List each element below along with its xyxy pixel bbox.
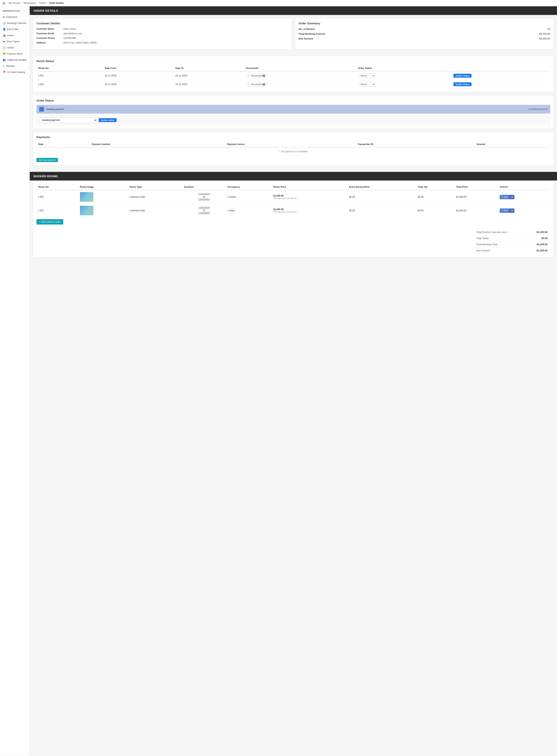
sidebar-item-payment-mode[interactable]: 💳 Payment Mode xyxy=(0,51,30,57)
sidebar-item-label: Additional Facilities xyxy=(7,59,27,61)
room-status-select[interactable]: Alloted Pending Confirmed xyxy=(358,73,375,78)
documents-button[interactable]: 📄 Documents 0 xyxy=(246,82,267,87)
dashboard-icon: ⊞ xyxy=(3,15,5,19)
home-icon[interactable]: 🏠 xyxy=(2,2,5,5)
sidebar-item-on-desk-booking[interactable]: 📅 On Desk Booking xyxy=(0,69,30,75)
booked-room-row: LS01 Lakeview Suite 11/01/2023To11/02/20… xyxy=(36,190,550,204)
rs-update-btn-cell: Update Status xyxy=(451,80,550,89)
total-row: Due Amount $3,200.00 xyxy=(474,248,550,253)
status-label: Awaiting payment xyxy=(46,108,526,111)
br-room-price: $1,600.00 Per day price: $1,600.00 xyxy=(271,190,347,204)
col-payment-source: Payment source xyxy=(225,141,355,147)
no-of-rooms-row: No. of Rooms 02 xyxy=(298,28,550,30)
warning-icon: ⚠ xyxy=(278,150,281,153)
room-status-select[interactable]: Alloted Pending Confirmed xyxy=(358,82,375,87)
documents-button[interactable]: 📄 Documents 0 xyxy=(246,73,267,78)
br-room-image xyxy=(78,190,128,204)
col-payment-method: Payment method xyxy=(90,141,225,147)
edit-dropdown-button[interactable]: ▼ xyxy=(509,209,515,213)
room-types-icon: 🛏 xyxy=(3,40,5,43)
update-status-button[interactable]: Update Status xyxy=(453,83,471,86)
sidebar: MARKETPLACE ⊞ Dashboard 📊 Bookings Calen… xyxy=(0,6,30,755)
doc-icon: 📄 xyxy=(248,74,251,77)
status-update-row: Awaiting payment Confirmed Cancelled Com… xyxy=(36,115,550,125)
br-extra-services: $0.00 xyxy=(347,190,416,204)
br-actions: ✎ Edit ▼ xyxy=(498,204,550,217)
room-status-card: Room Status Room No. Date From Date To D… xyxy=(33,56,554,92)
room-thumbnail xyxy=(80,206,93,215)
br-extra-services: $0.00 xyxy=(347,204,416,217)
col-br-room-no: Room No. xyxy=(36,184,78,190)
add-rooms-button[interactable]: + Add rooms in order xyxy=(36,219,63,224)
col-order-status: Order Status xyxy=(356,65,550,71)
col-br-total-price: Total Price xyxy=(454,184,498,190)
total-value: $0.00 xyxy=(541,237,548,240)
final-booking-amount-row: Final Booking Amount $3,200.00 xyxy=(298,32,550,35)
total-row: Total Rooms Cost (tax excl.) $3,200.00 xyxy=(474,229,550,235)
customer-email-value: demo@demo.com xyxy=(63,32,82,35)
total-row: Final Booking Total $3,200.00 xyxy=(474,242,550,248)
sidebar-item-dashboard[interactable]: ⊞ Dashboard xyxy=(0,14,30,20)
sidebar-item-additional-facilities[interactable]: 👥 Additional Facilities xyxy=(0,57,30,63)
no-of-rooms-value: 02 xyxy=(548,28,550,30)
breadcrumb-orders[interactable]: Orders xyxy=(39,2,46,4)
payments-table: Date Payment method Payment source Trans… xyxy=(36,141,550,156)
room-status-title: Room Status xyxy=(36,59,550,63)
due-amount-row: Due Amount $3,200.00 xyxy=(298,37,550,40)
col-br-room-image: Room Image xyxy=(78,184,128,190)
final-booking-amount-value: $3,200.00 xyxy=(539,32,550,35)
customer-address-row: Address Demo City, United States, 66666 xyxy=(36,41,288,44)
br-occupancy: 1 Adult xyxy=(226,204,271,217)
rs-date-from: 01-11-2023 xyxy=(103,71,174,80)
sidebar-item-label: Bookings Calender xyxy=(7,22,26,25)
br-total-price: $1,600.00 xyxy=(454,190,498,204)
customer-details-card: Customer Details Customer Name Demo Demo… xyxy=(33,18,292,50)
sidebar-item-label: Payment Mode xyxy=(7,53,23,55)
order-summary-card: Order Summary No. of Rooms 02 Final Book… xyxy=(295,18,554,50)
edit-button[interactable]: ✎ Edit xyxy=(500,209,509,213)
sidebar-item-hotels[interactable]: 🏨 Hotels xyxy=(0,32,30,38)
doc-count: 0 xyxy=(263,75,265,77)
col-room-no: Room No. xyxy=(36,65,103,71)
add-new-payment-button[interactable]: Add new payment xyxy=(36,158,58,162)
rs-documents: 📄 Documents 0 xyxy=(244,71,356,80)
br-actions: ✎ Edit ▼ xyxy=(498,190,550,204)
total-label: Final Booking Total xyxy=(476,243,497,246)
sidebar-item-room-types[interactable]: 🛏 Room Types xyxy=(0,38,30,45)
payment-mode-icon: 💳 xyxy=(3,52,6,55)
customer-email-label: Customer Email xyxy=(36,32,63,35)
edit-button[interactable]: ✎ Edit xyxy=(500,195,509,199)
rs-room-no: LS02 xyxy=(36,80,103,89)
payments-title: Payments xyxy=(36,135,550,139)
no-of-rooms-label: No. of Rooms xyxy=(298,28,315,30)
col-br-actions: Actions xyxy=(498,184,550,190)
br-duration: 11/01/2023To11/02/2023 xyxy=(182,190,226,204)
customer-name-value: Demo Demo xyxy=(63,28,76,30)
breadcrumb-my-account[interactable]: My Account xyxy=(9,2,21,4)
room-status-row: LS02 01-11-2023 02-11-2023 📄 Documents 0… xyxy=(36,80,550,89)
update-status-button[interactable]: Update Status xyxy=(453,74,471,77)
col-br-room-price: Room Price xyxy=(271,184,347,190)
sidebar-item-label: On Desk Booking xyxy=(7,71,25,73)
payments-card: Payments Date Payment method Payment sou… xyxy=(33,132,554,166)
sidebar-item-orders[interactable]: 📋 Orders xyxy=(0,45,30,51)
rs-date-to: 02-11-2023 xyxy=(174,71,244,80)
breadcrumb-marketplace[interactable]: Marketplace xyxy=(24,2,36,4)
sidebar-item-edit-profile[interactable]: 👤 Edit Profile xyxy=(0,26,30,32)
sidebar-item-bookings-calender[interactable]: 📊 Bookings Calender xyxy=(0,20,30,26)
doc-label: Documents xyxy=(251,74,262,77)
rs-room-no: LS01 xyxy=(36,71,103,80)
sidebar-item-refunds[interactable]: ↩ Refunds xyxy=(0,63,30,69)
col-br-total-tax: Total Tax xyxy=(416,184,454,190)
doc-icon: 📄 xyxy=(248,83,251,86)
sidebar-item-label: Edit Profile xyxy=(7,28,18,31)
room-status-table: Room No. Date From Date To Documents Ord… xyxy=(36,65,550,89)
update-status-button[interactable]: Update status xyxy=(99,118,117,122)
bookings-calender-icon: 📊 xyxy=(3,22,6,25)
edit-dropdown-button[interactable]: ▼ xyxy=(509,195,515,199)
order-summary-title: Order Summary xyxy=(298,22,550,25)
customer-name-label: Customer Name xyxy=(36,28,63,30)
customer-address-label: Address xyxy=(36,41,63,44)
status-dropdown[interactable]: Awaiting payment Confirmed Cancelled Com… xyxy=(39,117,97,123)
breadcrumb-order-details: Order Details xyxy=(49,2,64,4)
